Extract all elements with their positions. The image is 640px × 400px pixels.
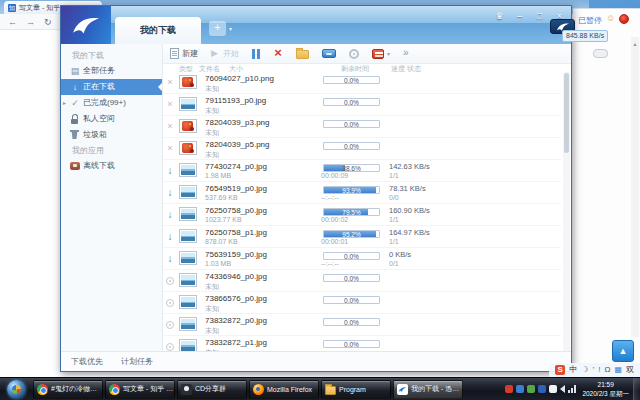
remaining-time: --:--:-- bbox=[321, 260, 339, 267]
toggle-pill-icon[interactable] bbox=[593, 49, 608, 58]
security-icon[interactable] bbox=[505, 385, 513, 393]
sidebar-item-all-tasks[interactable]: 全部任务 bbox=[61, 63, 162, 79]
chevron-down-icon[interactable]: ▾ bbox=[229, 25, 232, 32]
delete-button[interactable] bbox=[273, 48, 283, 59]
smiley-extension-icon[interactable]: ☺ bbox=[606, 13, 615, 23]
download-row[interactable]: ×76094027_p10.png未知0.0% bbox=[163, 72, 561, 94]
downloading-status-icon[interactable]: ↓ bbox=[165, 165, 175, 176]
taskbar-task[interactable]: CD分享群 bbox=[177, 380, 247, 399]
volume-icon[interactable] bbox=[560, 385, 565, 393]
downloading-status-icon[interactable]: ↓ bbox=[165, 209, 175, 220]
device-button[interactable] bbox=[322, 49, 336, 58]
download-row[interactable]: ×78204039_p5.png未知0.0% bbox=[163, 138, 561, 160]
chat-icon[interactable] bbox=[516, 385, 524, 393]
waiting-status-icon[interactable] bbox=[166, 299, 174, 307]
forward-icon[interactable]: → bbox=[26, 17, 35, 27]
scroll-up-icon[interactable]: ▲ bbox=[631, 39, 639, 49]
sidebar-item-trash[interactable]: 垃圾箱 bbox=[61, 127, 162, 143]
cancel-status-icon[interactable]: × bbox=[165, 121, 175, 131]
start-button[interactable]: 开始 bbox=[211, 48, 239, 59]
sidebar-item-label: 离线下载 bbox=[83, 161, 115, 170]
download-row[interactable]: 73832872_p0.jpg未知0.0% bbox=[163, 314, 561, 336]
waiting-status-icon[interactable] bbox=[166, 343, 174, 351]
sidebar-item-private-space[interactable]: 私人空间 bbox=[61, 111, 162, 127]
back-icon[interactable]: ← bbox=[8, 17, 17, 27]
taskbar-task[interactable]: 我的下载 - 迅… bbox=[393, 380, 463, 399]
taskbar-task[interactable]: #鬼灯の冷徹… bbox=[33, 380, 103, 399]
shuangpin-icon[interactable]: 双 bbox=[626, 364, 634, 376]
skull-icon bbox=[181, 384, 192, 395]
sidebar-item-completed[interactable]: ▸已完成(99+) bbox=[61, 95, 162, 111]
trash-icon bbox=[70, 130, 80, 140]
maximize-icon[interactable]: □ bbox=[534, 11, 545, 21]
download-row[interactable]: ×79115193_p0.jpg未知0.0% bbox=[163, 94, 561, 116]
notes-icon[interactable] bbox=[549, 385, 557, 393]
download-row[interactable]: 73866576_p0.jpg未知0.0% bbox=[163, 292, 561, 314]
open-folder-button[interactable] bbox=[296, 48, 309, 59]
sogou-logo-icon[interactable]: S bbox=[555, 365, 565, 375]
refresh-icon[interactable]: ↻ bbox=[44, 17, 52, 27]
back-to-top-button[interactable]: ▲ bbox=[612, 340, 634, 362]
record-extension-icon[interactable] bbox=[619, 14, 629, 24]
cancel-status-icon[interactable]: × bbox=[165, 99, 175, 109]
half-moon-icon[interactable]: ☽ bbox=[581, 364, 588, 376]
chinese-mode-icon[interactable]: 中 bbox=[569, 364, 577, 376]
sidebar-item-downloading[interactable]: 正在下载 bbox=[61, 79, 162, 95]
titlebar[interactable]: 我的下载 + ▾ ♛–□× bbox=[61, 6, 571, 44]
download-manager-window: 我的下载 + ▾ ♛–□× 我的下载全部任务正在下载▸已完成(99+)私人空间垃… bbox=[60, 5, 572, 372]
downloading-status-icon[interactable]: ↓ bbox=[165, 231, 175, 242]
toolbar-button-label: 开始 bbox=[223, 48, 239, 59]
mic-icon[interactable]: ! bbox=[598, 364, 600, 376]
list-scrollbar[interactable] bbox=[563, 72, 570, 353]
more-button[interactable] bbox=[403, 48, 409, 59]
download-row[interactable]: ↓76250758_p1.jpg878.07 KB95.2%00:00:0116… bbox=[163, 226, 561, 248]
bluetooth-icon[interactable] bbox=[538, 385, 546, 393]
chevron-down-icon[interactable]: ▾ bbox=[387, 50, 390, 57]
downloading-status-icon[interactable]: ↓ bbox=[165, 187, 175, 198]
new-task-button[interactable]: 新建 bbox=[170, 48, 198, 59]
cancel-status-icon[interactable]: × bbox=[165, 77, 175, 87]
disc-button[interactable] bbox=[349, 49, 359, 59]
cancel-status-icon[interactable]: × bbox=[165, 143, 175, 153]
download-speed: 0 KB/s bbox=[389, 250, 411, 259]
taskbar-task[interactable]: 写文章 - 知乎 … bbox=[105, 380, 175, 399]
taskbar-clock[interactable]: 21:59 2020/2/3 星期一 bbox=[582, 380, 629, 399]
footer-link[interactable]: 计划任务 bbox=[121, 356, 153, 367]
vip-button[interactable]: ▾ bbox=[372, 49, 390, 59]
waiting-status-icon[interactable] bbox=[166, 277, 174, 285]
show-desktop-button[interactable] bbox=[633, 378, 640, 400]
symbol-icon[interactable]: Ω bbox=[604, 364, 610, 376]
tab-my-downloads[interactable]: 我的下载 bbox=[115, 17, 201, 44]
update-icon[interactable] bbox=[527, 385, 535, 393]
waiting-status-icon[interactable] bbox=[166, 321, 174, 329]
expander-icon[interactable]: ▸ bbox=[63, 95, 66, 111]
download-row[interactable]: ↓75639159_p0.jpg1.03 MB0.0%--:--:--0 KB/… bbox=[163, 248, 561, 270]
download-row[interactable]: 74336946_p0.jpg未知0.0% bbox=[163, 270, 561, 292]
downloading-status-icon[interactable]: ↓ bbox=[165, 253, 175, 264]
taskbar-task[interactable]: Mozilla Firefox bbox=[249, 380, 319, 399]
file-size: 未知 bbox=[205, 84, 219, 94]
progress-percent: 38.6% bbox=[324, 165, 379, 172]
taskbar-task[interactable]: Program bbox=[321, 380, 391, 399]
start-button[interactable] bbox=[7, 380, 26, 399]
minimize-icon[interactable]: – bbox=[514, 11, 525, 21]
scrollbar-thumb[interactable] bbox=[564, 73, 569, 153]
download-row[interactable]: ↓76549519_p0.jpg537.69 KB93.9%--:--:--78… bbox=[163, 182, 561, 204]
progress-percent: 0.0% bbox=[324, 319, 379, 326]
download-row[interactable]: ↓76250758_p0.jpg1023.77 KB79.5%00:00:021… bbox=[163, 204, 561, 226]
thunder-bird-icon bbox=[71, 15, 101, 36]
paused-label[interactable]: 已暂停 bbox=[578, 15, 602, 26]
download-row[interactable]: ×78204039_p3.png未知0.0% bbox=[163, 116, 561, 138]
sidebar-item-offline-download[interactable]: 离线下载 bbox=[61, 158, 162, 174]
sidebar-item-label: 垃圾箱 bbox=[83, 130, 107, 139]
apostrophe-icon[interactable]: ’ bbox=[592, 364, 594, 376]
new-download-tab-button[interactable]: + bbox=[209, 21, 226, 36]
footer-link[interactable]: 下载优先 bbox=[71, 356, 103, 367]
resource-ratio: 0/1 bbox=[389, 260, 399, 267]
vip-crown-icon[interactable]: ♛ bbox=[494, 11, 505, 21]
network-icon[interactable] bbox=[568, 385, 576, 393]
page-scrollbar[interactable] bbox=[631, 37, 639, 337]
pause-button[interactable] bbox=[252, 49, 260, 59]
download-row[interactable]: ↓77430274_p0.jpg1.98 MB38.6%00:00:09142.… bbox=[163, 160, 561, 182]
keyboard-icon[interactable]: ▦ bbox=[614, 364, 622, 376]
